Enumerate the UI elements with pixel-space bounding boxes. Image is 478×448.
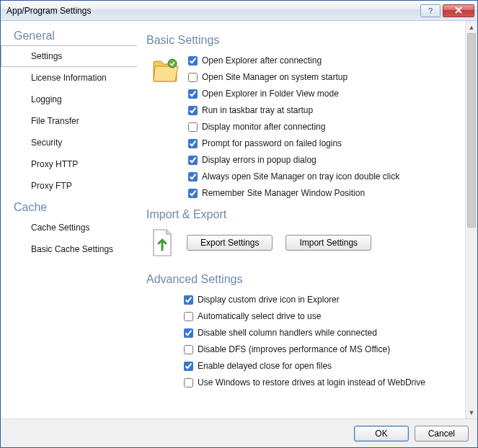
advanced-option-label: Use Windows to restore drives at login i…	[198, 377, 425, 387]
folder-icon	[151, 55, 180, 84]
window-controls: ?	[420, 4, 477, 17]
sidebar-item-label: Security	[31, 138, 62, 148]
advanced-checkbox[interactable]	[184, 362, 193, 371]
sidebar-item-label: Logging	[31, 94, 62, 104]
basic-options: Open Explorer after connectingOpen Site …	[188, 54, 459, 198]
basic-option[interactable]: Run in taskbar tray at startup	[188, 105, 459, 115]
basic-option[interactable]: Display errors in popup dialog	[188, 155, 459, 165]
window-title: App/Program Settings	[6, 6, 420, 16]
sidebar-item-security[interactable]: Security	[1, 132, 137, 153]
scrollbar[interactable]: ▲ ▼	[465, 21, 477, 418]
sidebar-item-file-transfer[interactable]: File Transfer	[1, 110, 137, 132]
help-button[interactable]: ?	[420, 4, 441, 17]
advanced-option[interactable]: Automatically select drive to use	[184, 311, 459, 321]
basic-option-label: Remember Site Manager Window Position	[202, 188, 365, 198]
cancel-button[interactable]: Cancel	[415, 426, 469, 442]
basic-option-label: Display monitor after connecting	[202, 122, 325, 132]
ok-button[interactable]: OK	[354, 426, 408, 442]
scroll-down-arrow-icon[interactable]: ▼	[466, 406, 477, 418]
basic-option[interactable]: Open Explorer in Folder View mode	[188, 89, 459, 99]
dialog-footer: OK Cancel	[1, 418, 477, 447]
basic-checkbox[interactable]	[188, 89, 198, 99]
basic-checkbox[interactable]	[188, 122, 198, 132]
sidebar-item-proxy-ftp[interactable]: Proxy FTP	[1, 175, 137, 197]
section-title-advanced: Advanced Settings	[146, 273, 459, 286]
basic-option-label: Open Site Manager on system startup	[202, 72, 348, 82]
basic-checkbox[interactable]	[188, 106, 198, 115]
advanced-option[interactable]: Disable shell column handlers while conn…	[184, 328, 459, 338]
advanced-checkbox[interactable]	[184, 345, 193, 354]
help-icon: ?	[428, 6, 433, 15]
scroll-thumb[interactable]	[467, 33, 476, 228]
basic-option[interactable]: Always open Site Manager on tray icon do…	[188, 171, 459, 182]
sidebar-item-label: Settings	[31, 51, 62, 61]
advanced-option[interactable]: Disable DFS (improves performance of MS …	[184, 344, 459, 354]
dialog-body: General Settings License Information Log…	[1, 21, 477, 418]
advanced-option-label: Disable shell column handlers while conn…	[198, 328, 377, 338]
section-title-import-export: Import & Export	[146, 208, 459, 221]
advanced-option-label: Disable DFS (improves performance of MS …	[198, 344, 390, 354]
advanced-option[interactable]: Display custom drive icon in Explorer	[184, 295, 459, 305]
basic-checkbox[interactable]	[188, 172, 198, 182]
sidebar-item-label: License Information	[31, 73, 107, 83]
advanced-checkbox[interactable]	[184, 328, 193, 338]
export-settings-button[interactable]: Export Settings	[187, 235, 273, 251]
advanced-checkbox[interactable]	[184, 378, 193, 387]
advanced-option[interactable]: Enable delayed close for open files	[184, 361, 459, 371]
basic-checkbox[interactable]	[188, 56, 198, 66]
basic-option-label: Open Explorer after connecting	[202, 55, 322, 66]
sidebar-item-label: Proxy FTP	[31, 181, 72, 191]
sidebar-item-label: Proxy HTTP	[31, 159, 78, 169]
basic-option[interactable]: Remember Site Manager Window Position	[188, 188, 459, 198]
basic-section: Open Explorer after connectingOpen Site …	[146, 54, 459, 198]
sidebar-item-label: File Transfer	[31, 116, 79, 126]
close-icon	[454, 6, 463, 15]
basic-checkbox[interactable]	[188, 156, 198, 165]
basic-checkbox[interactable]	[188, 189, 198, 198]
advanced-section: Display custom drive icon in ExplorerAut…	[146, 293, 459, 387]
svg-point-0	[168, 59, 177, 68]
content-pane: Basic Settings Open Explorer after conne…	[138, 21, 465, 418]
advanced-options: Display custom drive icon in ExplorerAut…	[184, 293, 459, 387]
import-export-section: Export Settings Import Settings	[151, 228, 459, 257]
content-wrap: Basic Settings Open Explorer after conne…	[138, 21, 477, 418]
file-arrow-icon	[151, 228, 174, 257]
advanced-option-label: Automatically select drive to use	[198, 311, 321, 321]
advanced-option-label: Enable delayed close for open files	[198, 361, 332, 371]
advanced-checkbox[interactable]	[184, 312, 193, 321]
sidebar-item-cache-settings[interactable]: Cache Settings	[1, 217, 137, 238]
basic-checkbox[interactable]	[188, 139, 198, 148]
sidebar-item-basic-cache-settings[interactable]: Basic Cache Settings	[1, 238, 137, 260]
titlebar: App/Program Settings ?	[1, 1, 477, 21]
sidebar-group-general: General	[1, 25, 137, 45]
scroll-up-arrow-icon[interactable]: ▲	[466, 21, 477, 33]
sidebar-item-license-information[interactable]: License Information	[1, 67, 137, 89]
sidebar-item-label: Basic Cache Settings	[31, 244, 113, 254]
basic-option[interactable]: Prompt for password on failed logins	[188, 138, 459, 148]
basic-option[interactable]: Open Explorer after connecting	[188, 55, 459, 66]
basic-option-label: Always open Site Manager on tray icon do…	[202, 171, 399, 182]
sidebar-item-label: Cache Settings	[31, 223, 89, 233]
advanced-checkbox[interactable]	[184, 295, 193, 305]
sidebar-group-cache: Cache	[1, 197, 137, 217]
section-title-basic: Basic Settings	[146, 34, 459, 47]
sidebar-item-proxy-http[interactable]: Proxy HTTP	[1, 153, 137, 175]
basic-checkbox[interactable]	[188, 73, 198, 82]
advanced-option[interactable]: Use Windows to restore drives at login i…	[184, 377, 459, 387]
basic-option-label: Run in taskbar tray at startup	[202, 105, 313, 115]
basic-option[interactable]: Open Site Manager on system startup	[188, 72, 459, 82]
close-button[interactable]	[443, 4, 474, 17]
sidebar-item-logging[interactable]: Logging	[1, 89, 137, 110]
import-settings-button[interactable]: Import Settings	[286, 235, 371, 251]
sidebar-item-settings[interactable]: Settings	[1, 45, 137, 67]
basic-option-label: Prompt for password on failed logins	[202, 138, 342, 148]
basic-option[interactable]: Display monitor after connecting	[188, 122, 459, 132]
sidebar: General Settings License Information Log…	[1, 21, 138, 418]
basic-option-label: Display errors in popup dialog	[202, 155, 317, 165]
basic-option-label: Open Explorer in Folder View mode	[202, 89, 339, 99]
advanced-option-label: Display custom drive icon in Explorer	[198, 295, 340, 305]
